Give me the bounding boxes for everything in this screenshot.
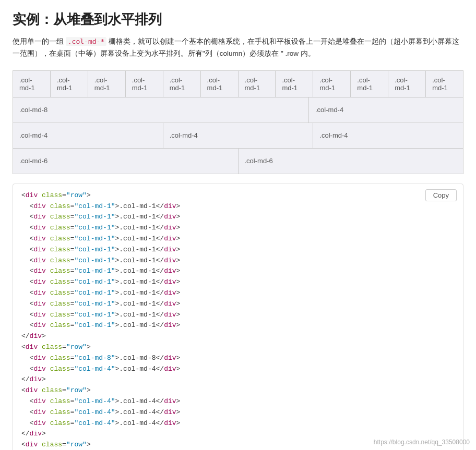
code-block: Copy <div class="row"> <div class="col-m… bbox=[13, 184, 463, 450]
grid-cell: .col-md-4 bbox=[313, 123, 463, 148]
page-title: 实例：从堆叠到水平排列 bbox=[13, 10, 463, 29]
grid-row-1: .col-md-1.col-md-1.col-md-1.col-md-1.col… bbox=[13, 71, 463, 98]
grid-row-2: .col-md-8.col-md-4 bbox=[13, 98, 463, 123]
grid-cell: .col-md-1 bbox=[126, 71, 163, 97]
grid-cell: .col-md-1 bbox=[239, 71, 276, 97]
grid-cell: .col-md-1 bbox=[13, 71, 51, 97]
grid-row-4: .col-md-6.col-md-6 bbox=[13, 149, 463, 174]
grid-row-3: .col-md-4.col-md-4.col-md-4 bbox=[13, 123, 463, 149]
grid-demo: .col-md-1.col-md-1.col-md-1.col-md-1.col… bbox=[13, 70, 463, 174]
grid-cell: .col-md-6 bbox=[13, 149, 239, 174]
description-text: 使用单一的一组 .col-md-* 栅格类，就可以创建一个基本的栅格系统，在手机… bbox=[13, 36, 463, 60]
grid-cell: .col-md-6 bbox=[239, 149, 463, 174]
code-highlight: .col-md-* bbox=[66, 37, 106, 46]
grid-cell: .col-md-1 bbox=[201, 71, 239, 97]
grid-cell: .col-md-4 bbox=[163, 123, 314, 148]
grid-cell: .col-md-1 bbox=[276, 71, 313, 97]
grid-cell: .col-md-4 bbox=[309, 98, 463, 123]
grid-cell: .col-md-1 bbox=[88, 71, 126, 97]
code-content: <div class="row"> <div class="col-md-1">… bbox=[13, 184, 463, 450]
grid-cell: .col-md-1 bbox=[388, 71, 426, 97]
copy-button[interactable]: Copy bbox=[425, 189, 457, 201]
grid-cell: .col-md-4 bbox=[13, 123, 163, 148]
watermark: https://blog.csdn.net/qq_33508000 bbox=[374, 439, 470, 446]
grid-cell: .col-md-1 bbox=[313, 71, 351, 97]
grid-cell: .col-md-8 bbox=[13, 98, 309, 123]
grid-cell: .col-md-1 bbox=[426, 71, 463, 97]
grid-cell: .col-md-1 bbox=[163, 71, 201, 97]
grid-cell: .col-md-1 bbox=[351, 71, 388, 97]
grid-cell: .col-md-1 bbox=[51, 71, 88, 97]
